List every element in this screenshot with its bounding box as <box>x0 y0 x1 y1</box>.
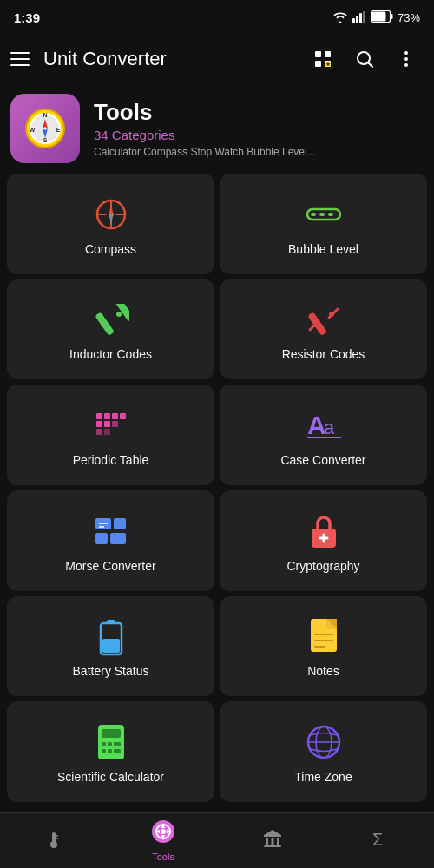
tool-notes[interactable]: Notes <box>220 596 427 697</box>
battery-icon <box>92 617 130 655</box>
svg-rect-49 <box>112 413 118 419</box>
svg-rect-60 <box>114 518 126 529</box>
timezone-icon <box>305 723 343 761</box>
tool-timezone[interactable]: Time Zone <box>220 701 427 802</box>
bubble-icon <box>305 195 343 233</box>
morse-label: Morse Converter <box>65 559 155 573</box>
tools-nav-icon <box>151 819 175 849</box>
nav-sigma[interactable]: Σ <box>370 828 391 854</box>
bubble-level-label: Bubble Level <box>288 242 358 256</box>
svg-rect-83 <box>108 749 112 753</box>
svg-point-41 <box>116 312 122 317</box>
svg-point-94 <box>161 829 166 834</box>
svg-marker-99 <box>264 830 281 837</box>
svg-rect-79 <box>102 742 106 746</box>
svg-rect-62 <box>110 533 126 544</box>
header-card: N S W E Tools 34 Categories Calculator C… <box>10 94 424 163</box>
header-icon-wrap: N S W E <box>10 94 80 163</box>
nav-tools-label: Tools <box>152 852 174 862</box>
status-icons: 73% <box>332 10 420 25</box>
svg-rect-1 <box>356 16 358 23</box>
svg-rect-82 <box>102 749 106 753</box>
more-icon[interactable] <box>389 42 424 76</box>
svg-rect-37 <box>328 213 333 216</box>
featured-icon[interactable] <box>306 42 340 76</box>
svg-marker-33 <box>108 214 113 225</box>
sigma-icon: Σ <box>370 828 391 854</box>
svg-rect-7 <box>315 51 321 57</box>
svg-rect-2 <box>359 13 362 23</box>
search-icon[interactable] <box>347 42 382 76</box>
svg-rect-48 <box>104 413 110 419</box>
header-desc: Calculator Compass Stop Watch Bubble Lev… <box>94 146 316 158</box>
svg-point-16 <box>404 63 408 67</box>
compass-header-icon: N S W E <box>23 107 67 150</box>
svg-rect-52 <box>104 421 110 427</box>
status-time: 1:39 <box>14 10 40 25</box>
app-bar: Unit Converter <box>0 31 434 87</box>
svg-rect-89 <box>52 832 56 843</box>
svg-rect-3 <box>363 11 365 23</box>
crypto-icon <box>305 512 343 550</box>
tool-bubble-level[interactable]: Bubble Level <box>220 174 427 274</box>
tool-periodic[interactable]: Periodic Table <box>7 385 214 485</box>
svg-text:S: S <box>43 137 48 143</box>
tool-crypto[interactable]: Cryptography <box>220 490 427 591</box>
svg-line-13 <box>369 63 373 68</box>
periodic-icon <box>92 406 130 444</box>
status-bar: 1:39 73% <box>0 0 434 31</box>
svg-rect-8 <box>325 51 331 57</box>
tool-compass[interactable]: Compass <box>7 174 214 274</box>
svg-text:E: E <box>56 127 61 133</box>
crypto-label: Cryptography <box>286 559 359 573</box>
svg-rect-47 <box>96 413 102 419</box>
tool-calculator[interactable]: Scientific Calculator <box>7 701 214 802</box>
svg-rect-36 <box>319 213 325 216</box>
tool-resistor[interactable]: Resistor Codes <box>220 279 427 380</box>
svg-text:W: W <box>30 127 36 133</box>
svg-rect-35 <box>311 213 316 216</box>
compass-icon <box>92 195 130 233</box>
periodic-label: Periodic Table <box>73 453 149 467</box>
bottom-nav: Tools Σ <box>0 812 434 868</box>
nav-thermometer[interactable] <box>43 828 64 854</box>
tool-case[interactable]: A a Case Converter <box>220 385 427 485</box>
svg-rect-102 <box>277 838 279 845</box>
svg-rect-81 <box>114 742 121 746</box>
battery-label: Battery Status <box>73 664 149 678</box>
inductor-label: Inductor Codes <box>69 347 152 361</box>
header-categories: 34 Categories <box>94 128 316 142</box>
menu-icon[interactable] <box>10 52 30 66</box>
header-text: Tools 34 Categories Calculator Compass S… <box>94 99 316 158</box>
app-title: Unit Converter <box>43 48 292 70</box>
resistor-label: Resistor Codes <box>282 347 365 361</box>
tool-morse[interactable]: Morse Converter <box>7 490 214 591</box>
svg-rect-80 <box>108 742 112 746</box>
tools-grid: Compass Bubble Level Inductor Codes <box>0 174 434 802</box>
header-title: Tools <box>94 99 316 126</box>
tool-battery[interactable]: Battery Status <box>7 596 214 697</box>
svg-rect-69 <box>107 620 115 624</box>
svg-rect-5 <box>391 14 393 19</box>
svg-point-40 <box>101 322 106 327</box>
svg-rect-54 <box>96 429 102 435</box>
nav-bank[interactable] <box>262 828 283 854</box>
svg-point-15 <box>404 57 408 61</box>
tool-inductor[interactable]: Inductor Codes <box>7 279 214 380</box>
battery-percent: 73% <box>398 11 420 24</box>
battery-icon <box>371 10 393 25</box>
morse-icon <box>92 512 130 550</box>
svg-rect-61 <box>95 533 108 544</box>
case-label: Case Converter <box>280 453 365 467</box>
thermometer-icon <box>43 828 64 854</box>
signal-icon <box>352 11 366 23</box>
svg-rect-70 <box>102 639 120 653</box>
nav-tools[interactable]: Tools <box>151 819 175 862</box>
svg-rect-55 <box>104 429 110 435</box>
svg-rect-50 <box>120 413 126 419</box>
svg-rect-53 <box>112 421 118 427</box>
bank-icon <box>262 828 283 854</box>
svg-rect-101 <box>272 838 274 845</box>
svg-point-14 <box>404 51 408 55</box>
notes-label: Notes <box>307 664 339 678</box>
